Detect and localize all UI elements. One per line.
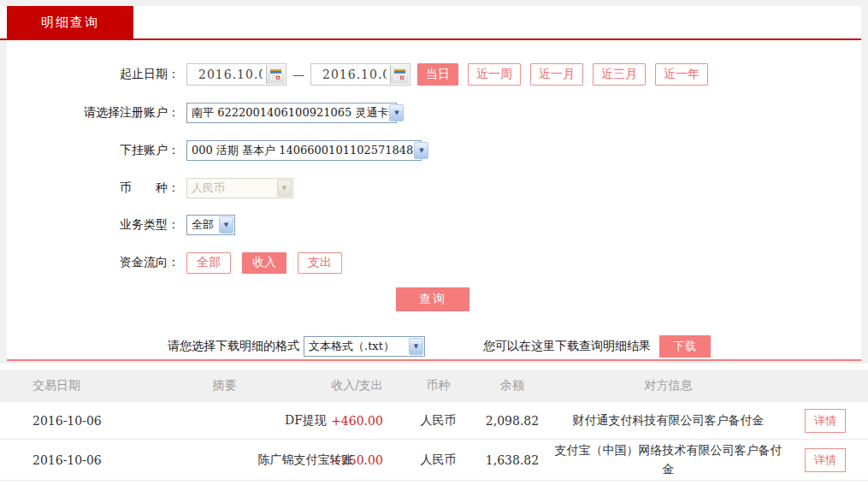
end-date-input[interactable] bbox=[311, 65, 387, 84]
download-format-value: 文本格式（.txt） bbox=[309, 339, 394, 354]
table-row: 2016-10-06 DF提现 +460.00 人民币 2,098.82 财付通… bbox=[0, 402, 868, 440]
tab-detail-query[interactable]: 明细查询 bbox=[7, 6, 133, 38]
registered-account-select[interactable]: 南平 6222001406100921065 灵通卡 ▼ bbox=[186, 103, 397, 123]
chevron-down-icon: ▼ bbox=[389, 104, 404, 121]
download-hint: 您可以在这里下载查询明细结果 bbox=[483, 339, 651, 354]
fund-flow-all[interactable]: 全部 bbox=[186, 252, 231, 274]
col-header-balance: 余额 bbox=[470, 378, 554, 393]
detail-button[interactable]: 详情 bbox=[805, 409, 846, 433]
sub-account-select[interactable]: 000 活期 基本户 1406600101102571848 ▼ bbox=[186, 140, 422, 161]
business-type-label: 业务类型： bbox=[7, 217, 180, 233]
chevron-down-icon: ▼ bbox=[409, 338, 423, 355]
download-button[interactable]: 下载 bbox=[659, 335, 711, 358]
cell-summary: 陈广锦支付宝转账 bbox=[222, 452, 389, 468]
table-header-row: 交易日期 摘要 收入/支出 币种 余额 对方信息 bbox=[0, 370, 868, 402]
date-range-separator: — bbox=[292, 68, 304, 81]
registered-account-label: 请选择注册账户： bbox=[7, 105, 180, 121]
quick-range-month[interactable]: 近一月 bbox=[530, 63, 583, 86]
sub-account-value: 000 活期 基本户 1406600101102571848 bbox=[192, 143, 413, 158]
cell-summary: DF提现 bbox=[222, 413, 389, 429]
cell-counterparty: 财付通支付科技有限公司客户备付金 bbox=[554, 411, 782, 430]
quick-range-today[interactable]: 当日 bbox=[417, 63, 458, 86]
date-range-row: 起止日期： — bbox=[7, 62, 708, 86]
cell-balance: 2,098.82 bbox=[470, 414, 554, 428]
quick-range-group: 当日 近一周 近一月 近三月 近一年 bbox=[417, 63, 708, 86]
fund-flow-row: 资金流向： 全部 收入 支出 bbox=[7, 251, 353, 275]
cell-date: 2016-10-06 bbox=[0, 414, 141, 428]
cell-counterparty: 支付宝（中国）网络技术有限公司客户备付金 bbox=[554, 441, 782, 478]
fund-flow-expense[interactable]: 支出 bbox=[298, 252, 342, 274]
download-format-select[interactable]: 文本格式（.txt） ▼ bbox=[304, 336, 425, 357]
start-date-field[interactable] bbox=[186, 63, 286, 86]
cell-balance: 1,638.82 bbox=[470, 453, 554, 467]
business-type-row: 业务类型： 全部 ▼ bbox=[7, 213, 235, 237]
download-row: 请您选择下载明细的格式 文本格式（.txt） ▼ 您可以在这里下载查询明细结果 … bbox=[7, 335, 861, 358]
query-button[interactable]: 查询 bbox=[396, 287, 469, 311]
col-header-summary: 摘要 bbox=[141, 378, 308, 393]
cell-currency: 人民币 bbox=[406, 413, 470, 429]
calendar-icon[interactable] bbox=[266, 65, 285, 84]
sub-account-label: 下挂账户： bbox=[7, 143, 180, 158]
currency-row: 币 种： 人民币 ▼ bbox=[7, 176, 293, 200]
registered-account-value: 南平 6222001406100921065 灵通卡 bbox=[192, 105, 388, 121]
download-format-label: 请您选择下载明细的格式 bbox=[168, 339, 299, 354]
col-header-date: 交易日期 bbox=[0, 378, 141, 393]
registered-account-row: 请选择注册账户： 南平 6222001406100921065 灵通卡 ▼ bbox=[7, 101, 397, 125]
fund-flow-label: 资金流向： bbox=[7, 255, 180, 270]
chevron-down-icon: ▼ bbox=[414, 142, 428, 159]
date-range-label: 起止日期： bbox=[7, 67, 180, 82]
business-type-value: 全部 bbox=[192, 217, 214, 233]
quick-range-week[interactable]: 近一周 bbox=[468, 63, 521, 86]
currency-label: 币 种： bbox=[7, 180, 180, 196]
quick-range-year[interactable]: 近一年 bbox=[655, 63, 708, 86]
quick-range-3months[interactable]: 近三月 bbox=[593, 63, 646, 86]
fund-flow-income[interactable]: 收入 bbox=[242, 252, 286, 274]
table-row: 2016-10-06 陈广锦支付宝转账 +250.00 人民币 1,638.82… bbox=[0, 440, 868, 481]
detail-button[interactable]: 详情 bbox=[805, 448, 846, 472]
calendar-icon[interactable] bbox=[390, 65, 409, 84]
results-table: 交易日期 摘要 收入/支出 币种 余额 对方信息 2016-10-06 DF提现… bbox=[0, 364, 868, 485]
start-date-input[interactable] bbox=[187, 65, 263, 84]
chevron-down-icon: ▼ bbox=[277, 180, 292, 197]
cell-date: 2016-10-06 bbox=[0, 453, 141, 467]
cell-currency: 人民币 bbox=[406, 452, 470, 468]
col-header-currency: 币种 bbox=[406, 378, 470, 393]
business-type-select[interactable]: 全部 ▼ bbox=[186, 215, 235, 235]
col-header-amount: 收入/支出 bbox=[308, 378, 406, 393]
sub-account-row: 下挂账户： 000 活期 基本户 1406600101102571848 ▼ bbox=[7, 139, 422, 163]
end-date-field[interactable] bbox=[310, 63, 410, 86]
currency-select: 人民币 ▼ bbox=[186, 178, 293, 198]
currency-value: 人民币 bbox=[192, 180, 225, 196]
query-filter-panel: 起止日期： — bbox=[7, 40, 861, 361]
col-header-counterparty: 对方信息 bbox=[554, 376, 782, 395]
chevron-down-icon: ▼ bbox=[219, 216, 233, 234]
